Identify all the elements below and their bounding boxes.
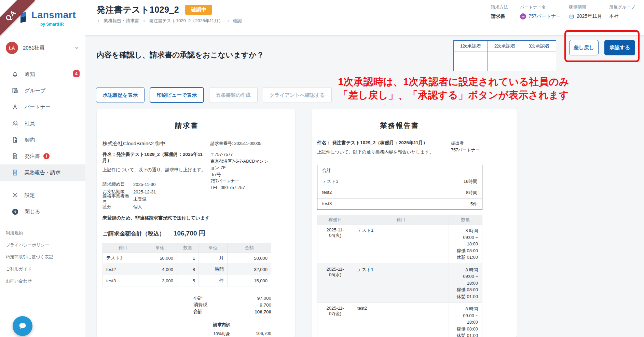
- sidebar-item-groups[interactable]: グループ: [0, 82, 85, 99]
- sender-name: 757パートナー: [210, 178, 271, 185]
- sidebar-item-label: 社員: [25, 120, 35, 127]
- report-detail-table: 稼働日費目数量 2025-11-04(火)テスト18 時間09:00 ~ 18:…: [317, 215, 482, 337]
- sidebar-item-work-report-billing[interactable]: 業務報告・請求: [0, 164, 85, 181]
- sidebar-item-settings[interactable]: 設定: [0, 187, 85, 203]
- document-toolbar: 承認履歴を表示 印刷ビューで表示 五条書類の作成 クライアントへ確認する: [96, 87, 332, 103]
- report-detail-row: 2025-11-04(火)テスト18 時間09:00 ~ 18:00稼働 08:…: [317, 225, 482, 264]
- partner-avatar: MI: [520, 13, 526, 19]
- invoice-total-row: 消費税9,700: [193, 301, 271, 308]
- group-field: 所属グループ 本社: [609, 4, 635, 19]
- building-icon: [12, 87, 19, 94]
- invoice-note: 未登録のため、非適格請求書形式で送付しています: [102, 215, 271, 221]
- lansmart-logo-text: Lansmart: [31, 10, 76, 21]
- invoice-preview-card: 請求書 株式会社CloudBrains2 御中 件名：発注書テスト1029_2（…: [97, 109, 295, 337]
- group-value: 本社: [609, 13, 635, 19]
- chevron-right-icon: [226, 19, 230, 23]
- commerce-law-link[interactable]: 特定商取引に基づく表記: [0, 251, 85, 263]
- invoice-items-table: 費目単価数量単位金額 テスト150,0001月50,000test24,0008…: [102, 243, 271, 286]
- invoice-tax-breakdown: 請求内訳 10%対象106,700: [213, 322, 271, 337]
- chat-support-button[interactable]: [13, 316, 32, 336]
- invoice-subject: 件名：発注書テスト1029_2（稼働月：2025年11月）: [102, 151, 210, 164]
- invoice-sender-block: 請求書番号: 202511-00005 〒757-7577 東京都港区7-5-7…: [210, 140, 271, 211]
- sidebar-item-label: 契約: [25, 137, 35, 143]
- user-menu[interactable]: LA 2051社員: [0, 39, 85, 56]
- sidebar-item-label: 業務報告・請求: [25, 170, 60, 176]
- notification-count-badge: 4: [73, 70, 80, 77]
- invoice-meta: 請求締め日2025-11-30 お支払期限2025-12-31 適格事業者番号未…: [102, 180, 210, 211]
- show-approval-history-button[interactable]: 承認履歴を表示: [96, 87, 145, 103]
- top-header: 発注書テスト1029_2 確認中 業務報告・請求書 発注書テスト1029_2（2…: [0, 0, 644, 35]
- summary-title: 合計: [322, 167, 331, 174]
- approve-button[interactable]: 承認する: [604, 40, 635, 55]
- user-guide-link[interactable]: ご利用ガイド: [0, 263, 85, 275]
- sidebar-item-employees[interactable]: 社員: [0, 115, 85, 132]
- annotation-text: 1次承認時は、1次承認者に設定されている社員のみ 「差し戻し」、「承認する」ボタ…: [309, 75, 598, 102]
- sidebar: QA Lansmart by SmartHR LA 2051社員 通知 4 グル…: [0, 0, 85, 337]
- invoice-grand-total: ご請求金額合計（税込） 106,700 円: [102, 229, 271, 238]
- approver-col-3: 3次承認者: [522, 41, 556, 52]
- invoice-total-row: 小計97,000: [193, 295, 271, 301]
- report-summary-rows: テスト116時間test28時間test35件: [317, 176, 482, 210]
- approver-cell-1: [454, 52, 488, 71]
- invoice-totals: 小計97,000消費税9,700合計106,700: [193, 295, 271, 315]
- partner-field: パートナー名 MI 757パートナー: [520, 4, 561, 19]
- print-view-button[interactable]: 印刷ビューで表示: [150, 87, 204, 103]
- sidebar-item-collapse[interactable]: 閉じる: [0, 203, 85, 220]
- invoice-table-header: 費目単価数量単位金額: [103, 243, 271, 253]
- report-submitter-block: 提出者 757パートナー: [451, 140, 482, 155]
- partner-label: パートナー名: [520, 4, 561, 10]
- alert-info-badge: i: [43, 153, 50, 159]
- approver-cell-2: [488, 52, 522, 71]
- submitter-name: 757パートナー: [451, 147, 482, 153]
- sidebar-item-label: 閉じる: [25, 208, 40, 215]
- invoice-item-row: テスト150,0001月50,000: [103, 253, 271, 264]
- sidebar-item-partners[interactable]: パートナー: [0, 99, 85, 115]
- breadcrumb-item[interactable]: 確認: [233, 18, 242, 24]
- report-table-body: 2025-11-04(火)テスト18 時間09:00 ~ 18:00稼働 08:…: [317, 225, 482, 337]
- invoice-recipient: 株式会社CloudBrains2 御中: [102, 140, 210, 147]
- invoice-item-row: test33,0005件15,000: [103, 275, 271, 286]
- document-icon: [12, 153, 19, 160]
- group-label: 所属グループ: [609, 4, 635, 10]
- article5-documents-button: 五条書類の作成: [209, 87, 258, 103]
- summary-row: test35件: [317, 198, 482, 210]
- work-period-value: 2025年11月: [577, 13, 602, 19]
- approver-col-1: 1次承認者: [454, 41, 488, 52]
- sidebar-item-label: パートナー: [25, 104, 51, 110]
- people-icon: [12, 120, 19, 127]
- report-yen-icon: [12, 169, 19, 176]
- reject-button[interactable]: 差し戻し: [569, 40, 599, 55]
- sidebar-footer-links: 利用規約 プライバシーポリシー 特定商取引に基づく表記 ご利用ガイド お問い合わ…: [0, 227, 85, 287]
- invoice-item-row: test24,0008時間32,000: [103, 264, 271, 275]
- work-report-preview-card: 業務報告書 件名： 発注書テスト1029_2（稼働月：2025年11月） 上記件…: [312, 109, 517, 337]
- chevron-right-icon: [142, 19, 146, 23]
- invoice-greeting: 上記件について、以下の通り、請求申し上げます。: [102, 167, 210, 173]
- billing-method-value: 請求書: [491, 13, 508, 19]
- billing-method-field: 請求方法 請求書: [491, 4, 508, 19]
- chevron-right-icon: [97, 19, 100, 23]
- contact-link[interactable]: お問い合わせ: [0, 275, 85, 287]
- chevron-down-icon: [74, 45, 80, 51]
- sidebar-item-notifications[interactable]: 通知 4: [0, 66, 85, 82]
- sidebar-item-purchase-orders[interactable]: 発注書 i: [0, 148, 85, 164]
- status-badge: 確認中: [185, 5, 212, 15]
- sender-address: 東京都港区7-5-7-ABCDマンション-7F: [210, 158, 271, 172]
- sender-tel: TEL: 090-757-757: [210, 185, 271, 191]
- sidebar-item-label: グループ: [25, 87, 45, 94]
- sidebar-item-label: 通知: [25, 71, 35, 78]
- report-detail-row: 2025-11-07(金)test28 時間09:00 ~ 18:00稼働 08…: [317, 303, 482, 337]
- breadcrumb-item[interactable]: 業務報告・請求書: [104, 18, 139, 24]
- sidebar-item-label: 発注書: [25, 153, 40, 160]
- approver-col-2: 2次承認者: [488, 41, 522, 52]
- smarthr-logo-text: by SmartHR: [40, 22, 64, 27]
- privacy-policy-link[interactable]: プライバシーポリシー: [0, 239, 85, 251]
- report-detail-row: 2025-11-05(水)テスト18 時間09:00 ~ 18:00稼働 08:…: [317, 264, 482, 303]
- sidebar-item-contracts[interactable]: 契約: [0, 132, 85, 148]
- billing-method-label: 請求方法: [491, 4, 508, 10]
- terms-link[interactable]: 利用規約: [0, 227, 85, 239]
- partner-link[interactable]: 757パートナー: [529, 13, 561, 19]
- sidebar-nav: 通知 4 グループ パートナー 社員 契約: [0, 66, 85, 220]
- submitter-label: 提出者: [451, 140, 482, 147]
- breadcrumb-item[interactable]: 発注書テスト1029_2（2025年11月）: [149, 18, 223, 24]
- invoice-total-row: 合計106,700: [193, 308, 271, 315]
